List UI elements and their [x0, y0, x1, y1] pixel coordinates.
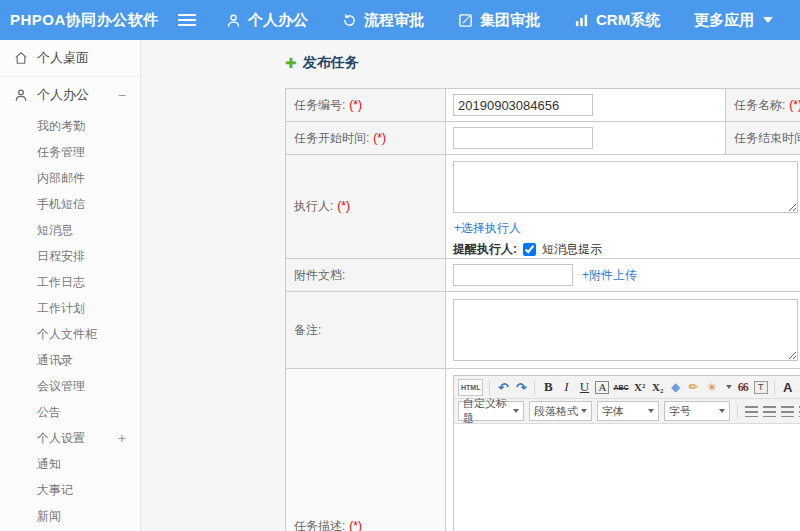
sidebar-item-label: 手机短信	[37, 196, 85, 213]
sidebar-item-label: 通知	[37, 456, 61, 473]
strikethrough-button[interactable]: ABC	[613, 379, 628, 396]
sidebar-item-label: 大事记	[37, 482, 73, 499]
nav-item-3[interactable]: CRM系统	[574, 11, 660, 30]
sidebar-item-1[interactable]: 个人办公−	[0, 77, 140, 113]
attachment-field-cell: +附件上传	[446, 259, 800, 292]
dropdown-label: 自定义标题	[463, 396, 510, 426]
top-navigation: 个人办公流程审批集团审批CRM系统更多应用	[226, 11, 773, 30]
caret-down-icon	[719, 409, 725, 413]
attachment-upload-link[interactable]: +附件上传	[582, 267, 637, 284]
choose-executor-link[interactable]: +选择执行人	[454, 221, 521, 235]
editor-content-area[interactable]	[454, 424, 800, 531]
caret-down-icon[interactable]	[726, 385, 732, 389]
remark-field-cell	[446, 292, 800, 369]
executor-textarea[interactable]	[453, 161, 798, 213]
user-icon	[226, 13, 241, 28]
sidebar-item-12[interactable]: 会议管理	[0, 373, 140, 399]
caret-down-icon	[513, 409, 519, 413]
sidebar-item-9[interactable]: 工作计划	[0, 295, 140, 321]
sms-notice-checkbox[interactable]	[523, 243, 536, 256]
sidebar-item-7[interactable]: 日程安排	[0, 243, 140, 269]
executor-label: 执行人:	[294, 199, 333, 213]
sidebar-item-label: 个人文件柜	[37, 326, 97, 343]
underline-button[interactable]: U	[577, 379, 591, 396]
redo-icon[interactable]: ↷	[514, 379, 528, 396]
nav-item-4[interactable]: 更多应用	[694, 11, 773, 30]
sidebar-item-17[interactable]: 新闻	[0, 503, 140, 529]
required-mark: (*)	[789, 98, 800, 112]
format-brush-icon[interactable]: ✏	[687, 379, 701, 396]
sidebar-item-14[interactable]: 个人设置+	[0, 425, 140, 451]
font-color-button[interactable]: A	[781, 379, 795, 396]
attachment-input[interactable]	[453, 264, 573, 286]
sidebar-item-16[interactable]: 大事记	[0, 477, 140, 503]
sidebar-item-4[interactable]: 内部邮件	[0, 165, 140, 191]
sidebar-item-5[interactable]: 手机短信	[0, 191, 140, 217]
top-header: PHPOA协同办公软件 个人办公流程审批集团审批CRM系统更多应用	[0, 0, 800, 40]
sidebar-item-label: 会议管理	[37, 378, 85, 395]
nav-item-1[interactable]: 流程审批	[342, 11, 424, 30]
align-right-icon[interactable]	[781, 406, 794, 417]
sidebar-item-13[interactable]: 公告	[0, 399, 140, 425]
paragraph-format-dropdown[interactable]: 段落格式	[529, 401, 592, 421]
sidebar-item-0[interactable]: 个人桌面	[0, 40, 140, 77]
highlight-color-icon[interactable]: ✳	[705, 379, 719, 396]
menu-toggle-button[interactable]	[178, 13, 198, 27]
nav-item-label: 个人办公	[248, 11, 308, 30]
sidebar-item-label: 个人设置	[37, 430, 85, 447]
expand-toggle-icon[interactable]: +	[118, 431, 126, 445]
toolbar-separator	[534, 380, 535, 395]
task-number-input[interactable]	[453, 94, 593, 116]
nav-item-label: 集团审批	[480, 11, 540, 30]
sidebar-item-label: 工作计划	[37, 300, 85, 317]
align-left-icon[interactable]	[745, 406, 758, 417]
add-icon: ✚	[285, 56, 297, 70]
edit-icon	[458, 13, 473, 28]
description-label: 任务描述:	[294, 519, 345, 531]
remark-textarea[interactable]	[453, 299, 798, 361]
nav-item-2[interactable]: 集团审批	[458, 11, 540, 30]
italic-button[interactable]: I	[559, 379, 573, 396]
undo-icon[interactable]: ↶	[496, 379, 510, 396]
nav-item-0[interactable]: 个人办公	[226, 11, 308, 30]
home-icon	[14, 51, 28, 65]
page-title: ✚ 发布任务	[285, 54, 800, 72]
subscript-button[interactable]: X₂	[651, 379, 665, 396]
app-logo: PHPOA协同办公软件	[0, 11, 178, 30]
start-time-field-cell	[446, 122, 726, 155]
remark-label-cell: 备注:	[286, 292, 446, 369]
sidebar-item-label: 任务管理	[37, 144, 85, 161]
sidebar-item-label: 工作日志	[37, 274, 85, 291]
sidebar-item-6[interactable]: 短消息	[0, 217, 140, 243]
task-number-field-cell	[446, 89, 726, 122]
sidebar-item-15[interactable]: 通知	[0, 451, 140, 477]
font-family-dropdown[interactable]: 字体	[597, 401, 659, 421]
sidebar-item-8[interactable]: 工作日志	[0, 269, 140, 295]
sidebar-item-label: 我的考勤	[37, 118, 85, 135]
main-content: ✚ 发布任务 任务编号:(*) 任务名称:(*) 任务开始时间:(*)	[141, 40, 800, 531]
task-name-label-cell: 任务名称:(*)	[726, 89, 800, 122]
autotypeset-button[interactable]: A	[595, 381, 609, 394]
html-source-button[interactable]: HTML	[458, 379, 483, 396]
blockquote-button[interactable]: 66	[736, 379, 750, 396]
font-size-dropdown[interactable]: 字号	[664, 401, 730, 421]
sidebar-item-label: 日程安排	[37, 248, 85, 265]
sidebar-item-label: 内部邮件	[37, 170, 85, 187]
eraser-icon[interactable]: ◆	[669, 379, 683, 396]
superscript-button[interactable]: X²	[633, 379, 647, 396]
sidebar-item-3[interactable]: 任务管理	[0, 139, 140, 165]
sidebar-item-11[interactable]: 通讯录	[0, 347, 140, 373]
align-center-icon[interactable]	[763, 406, 776, 417]
executor-field-cell: +选择执行人 提醒执行人: 短消息提示	[446, 155, 800, 259]
sidebar-item-10[interactable]: 个人文件柜	[0, 321, 140, 347]
start-time-input[interactable]	[453, 127, 593, 149]
sidebar-item-2[interactable]: 我的考勤	[0, 113, 140, 139]
required-mark: (*)	[349, 519, 362, 531]
sidebar-item-label: 公告	[37, 404, 61, 421]
expand-toggle-icon[interactable]: −	[118, 88, 126, 102]
custom-title-dropdown[interactable]: 自定义标题	[458, 401, 524, 421]
sidebar-item-label: 通讯录	[37, 352, 73, 369]
paste-text-icon[interactable]: T	[754, 381, 768, 394]
bold-button[interactable]: B	[541, 379, 555, 396]
required-mark: (*)	[337, 199, 350, 213]
